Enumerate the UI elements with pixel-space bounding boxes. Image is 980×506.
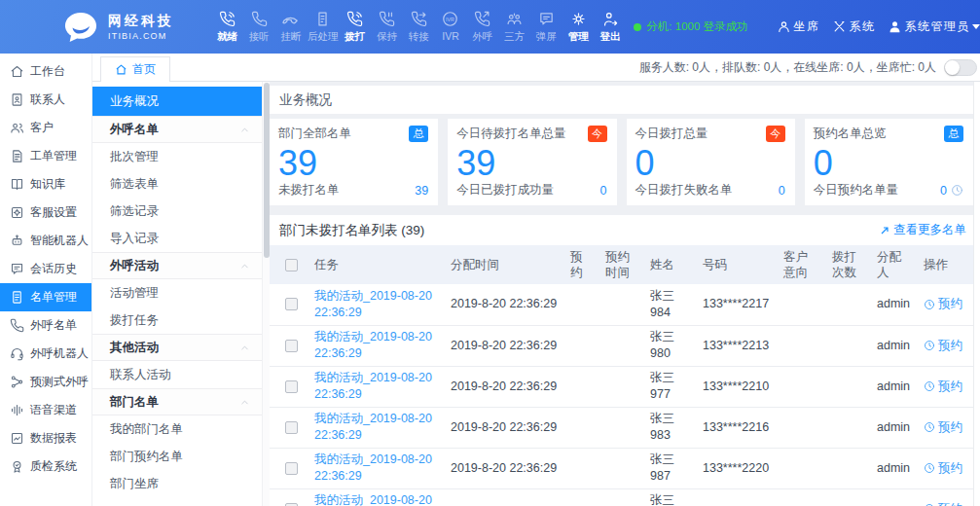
- cell-dial-count: [820, 448, 869, 488]
- main-scrollbar[interactable]: [973, 82, 980, 506]
- sidebar-item-chat[interactable]: 会话历史: [0, 255, 91, 283]
- submenu-group[interactable]: 其他活动: [92, 334, 262, 361]
- submenu-item[interactable]: 我的部门名单: [92, 416, 262, 443]
- topright-system[interactable]: 系统: [832, 18, 876, 35]
- topmenu-label: 后处理: [308, 30, 339, 44]
- task-link[interactable]: 我的活动_2019-08-20 22:36:29: [314, 289, 432, 319]
- sidebar-label: 知识库: [30, 176, 65, 193]
- chevron-up-icon: [239, 125, 250, 135]
- stat-card-value: 39: [278, 145, 428, 182]
- online-dot-icon: [634, 23, 641, 31]
- appoint-action[interactable]: 预约: [924, 460, 973, 477]
- topmenu-gear[interactable]: 管理: [563, 11, 595, 44]
- topmenu-afterwork[interactable]: 后处理: [307, 11, 339, 44]
- row-checkbox[interactable]: [285, 462, 298, 475]
- cell-appoint: [560, 448, 595, 488]
- submenu-item[interactable]: 活动管理: [92, 279, 262, 307]
- row-checkbox[interactable]: [285, 421, 298, 434]
- cell-phone: 133****2220: [694, 448, 772, 488]
- sidebar-label: 客服设置: [30, 204, 77, 221]
- submenu-item[interactable]: 拨打任务: [92, 307, 262, 334]
- cell-action: 预约: [916, 488, 973, 506]
- sidebar-item-contacts[interactable]: 联系人: [0, 86, 91, 114]
- sidebar-item-service[interactable]: 客服设置: [0, 199, 91, 227]
- col-assign-time: 分配时间: [441, 245, 560, 284]
- cell-dial-count: [820, 284, 869, 325]
- topright-agent[interactable]: 坐席: [777, 18, 820, 35]
- submenu-item[interactable]: 业务概况: [92, 87, 262, 116]
- row-checkbox[interactable]: [285, 340, 298, 352]
- cell-phone: 133****2216: [694, 407, 772, 448]
- cell-assignee: admin: [869, 407, 916, 448]
- cell-dial-count: [820, 488, 869, 506]
- appoint-action[interactable]: 预约: [924, 419, 973, 436]
- row-checkbox[interactable]: [285, 380, 298, 393]
- task-link[interactable]: 我的活动_2019-08-20 22:36:29: [314, 452, 432, 483]
- tab-home-label: 首页: [132, 61, 156, 78]
- submenu-item[interactable]: 筛选表单: [92, 170, 262, 198]
- tab-home[interactable]: 首页: [100, 56, 170, 83]
- sidebar-item-report[interactable]: 数据报表: [0, 424, 91, 452]
- cell-assign-time: 2019-8-20 22:36:29: [441, 284, 560, 325]
- cell-task: 我的活动_2019-08-20 22:36:29: [309, 284, 441, 325]
- submenu-item[interactable]: 部门坐席: [92, 470, 262, 497]
- table-row: 我的活动_2019-08-20 22:36:292019-8-20 22:36:…: [270, 448, 973, 488]
- topmenu-phone-hangup[interactable]: 挂断: [275, 11, 308, 44]
- topmenu-ivr[interactable]: IVRIVR: [435, 11, 467, 44]
- topmenu-phone-ready[interactable]: 就绪: [211, 11, 243, 44]
- submenu-item[interactable]: 导入记录: [92, 225, 262, 252]
- cell-appoint: [560, 366, 595, 407]
- topmenu-logout[interactable]: 登出: [595, 11, 627, 44]
- topmenu-phone-answer[interactable]: 接听: [243, 11, 275, 44]
- topmenu-phone-hold[interactable]: 保持: [371, 11, 403, 44]
- task-link[interactable]: 我的活动_2019-08-20 22:36:29: [314, 493, 432, 506]
- appoint-action[interactable]: 预约: [924, 338, 973, 354]
- stats-toggle[interactable]: [944, 59, 977, 76]
- topmenu-popup[interactable]: 弹屏: [530, 11, 563, 44]
- submenu-item[interactable]: 筛选记录: [92, 198, 262, 225]
- submenu-group[interactable]: 部门名单: [92, 388, 262, 416]
- home-icon: [115, 63, 127, 76]
- sidebar-item-robot[interactable]: 智能机器人: [0, 227, 91, 255]
- submenu-item[interactable]: 联系人活动: [92, 361, 262, 388]
- sidebar-item-predictive[interactable]: 预测式外呼: [0, 368, 91, 396]
- row-checkbox[interactable]: [285, 503, 298, 506]
- cell-intent: [772, 325, 820, 366]
- appoint-action[interactable]: 预约: [924, 501, 973, 506]
- sidebar-item-workorder[interactable]: 工单管理: [0, 142, 91, 170]
- sidebar-item-quality[interactable]: 质检系统: [0, 452, 91, 481]
- topmenu-phone-dial[interactable]: 拨打: [339, 11, 371, 44]
- sidebar-label: 工单管理: [30, 148, 77, 164]
- submenu-item[interactable]: 批次管理: [92, 143, 262, 170]
- sidebar-label: 智能机器人: [30, 233, 89, 249]
- sidebar-label: 语音渠道: [30, 402, 77, 418]
- headset-icon: [10, 346, 24, 361]
- sidebar-item-knowledge[interactable]: 知识库: [0, 170, 91, 199]
- topmenu-phone-out[interactable]: 外呼: [466, 11, 498, 44]
- sidebar-label: 外呼名单: [30, 317, 77, 334]
- task-link[interactable]: 我的活动_2019-08-20 22:36:29: [314, 330, 432, 360]
- sidebar-item-phone[interactable]: 外呼名单: [0, 311, 91, 340]
- task-link[interactable]: 我的活动_2019-08-20 22:36:29: [314, 412, 432, 442]
- select-all-checkbox[interactable]: [285, 259, 298, 271]
- submenu-scrollbar[interactable]: [262, 82, 270, 506]
- sidebar-item-voice[interactable]: 语音渠道: [0, 396, 91, 424]
- topright-user[interactable]: 系统管理员: [888, 18, 980, 35]
- topmenu-phone-transfer[interactable]: 转接: [403, 11, 435, 44]
- sidebar-item-headset[interactable]: 外呼机器人: [0, 340, 91, 368]
- stat-card-sublabel: 今日已拨打成功量: [456, 182, 554, 199]
- topmenu-threeway[interactable]: 三方: [498, 11, 530, 44]
- appoint-action[interactable]: 预约: [924, 379, 973, 395]
- sidebar-item-list[interactable]: 名单管理: [0, 283, 91, 311]
- view-more-link[interactable]: 查看更多名单: [879, 222, 966, 238]
- submenu-item[interactable]: 部门预约名单: [92, 443, 262, 470]
- submenu-group[interactable]: 外呼名单: [92, 116, 262, 143]
- appoint-action[interactable]: 预约: [924, 296, 973, 312]
- sidebar-item-customers[interactable]: 客户: [0, 114, 91, 142]
- task-link[interactable]: 我的活动_2019-08-20 22:36:29: [314, 371, 432, 401]
- cell-assign-time: 2019-8-20 22:36:29: [441, 366, 560, 407]
- submenu-group[interactable]: 外呼活动: [92, 252, 262, 279]
- row-checkbox[interactable]: [285, 298, 298, 310]
- cell-intent: [772, 284, 820, 325]
- sidebar-item-home[interactable]: 工作台: [0, 57, 91, 86]
